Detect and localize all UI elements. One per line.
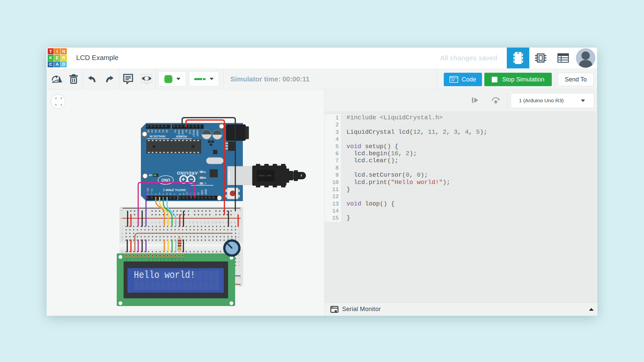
svg-text:RS: RS: [137, 258, 139, 260]
svg-text:Vin: Vin: [174, 130, 176, 133]
svg-text:E: E: [145, 258, 146, 259]
svg-text:g: g: [121, 236, 123, 238]
svg-text:15: 15: [177, 222, 179, 224]
svg-text:20: 20: [196, 222, 198, 224]
svg-text:17: 17: [185, 222, 187, 224]
svg-text:A2: A2: [158, 130, 161, 133]
svg-text:DB6: DB6: [171, 258, 173, 261]
svg-text:29: 29: [230, 222, 232, 224]
svg-text:LED: LED: [182, 258, 184, 261]
svg-text:+: +: [239, 284, 241, 288]
svg-text:7: 7: [147, 222, 149, 223]
svg-text:AREF: AREF: [205, 189, 207, 195]
svg-text:~10: ~10: [186, 191, 188, 195]
svg-text:5V: 5V: [185, 130, 187, 133]
svg-text:23: 23: [207, 222, 209, 224]
svg-text:UNO: UNO: [161, 178, 170, 182]
svg-text:LED: LED: [178, 258, 180, 261]
svg-text:Hello world!: Hello world!: [134, 270, 195, 281]
svg-text:7: 7: [173, 193, 175, 195]
svg-text:TX: TX: [203, 171, 206, 173]
svg-text:10: 10: [158, 222, 160, 224]
svg-text:26: 26: [219, 222, 221, 224]
svg-text:DB1: DB1: [152, 258, 154, 261]
svg-text:4: 4: [162, 193, 164, 195]
svg-text:~6: ~6: [169, 192, 172, 195]
svg-text:DB3: DB3: [160, 258, 161, 261]
svg-text:TX→1: TX→1: [151, 189, 153, 195]
svg-text:DIGITAL (PWM~): DIGITAL (PWM~): [163, 188, 185, 192]
svg-text:ARDUINO: ARDUINO: [177, 171, 198, 175]
svg-text:13: 13: [170, 222, 172, 224]
svg-text:ANALOG IN: ANALOG IN: [150, 135, 166, 138]
svg-text:RX: RX: [203, 177, 206, 179]
svg-text:4: 4: [136, 222, 138, 223]
svg-text:+: +: [239, 217, 241, 220]
svg-text:14: 14: [173, 222, 175, 224]
svg-text:+: +: [120, 217, 122, 220]
svg-text:GND: GND: [178, 130, 180, 135]
svg-text:1: 1: [124, 222, 126, 223]
svg-text:A0: A0: [166, 130, 168, 133]
svg-text:DB7: DB7: [175, 258, 176, 261]
svg-text:21: 21: [200, 222, 202, 224]
svg-text:3.3V: 3.3V: [189, 130, 191, 134]
svg-text:DB0: DB0: [148, 258, 150, 261]
svg-text:DB2: DB2: [156, 258, 158, 261]
svg-text:~9: ~9: [182, 192, 185, 195]
svg-text:g: g: [238, 236, 239, 238]
svg-text:5: 5: [140, 222, 142, 223]
svg-text:V0: V0: [133, 258, 135, 260]
svg-text:RESET: RESET: [193, 130, 195, 137]
svg-text:RW: RW: [141, 258, 143, 260]
svg-text:L: L: [205, 182, 206, 185]
svg-text:2: 2: [128, 222, 130, 223]
svg-text:A3: A3: [155, 130, 157, 133]
svg-text:2: 2: [155, 193, 157, 195]
svg-text:RX←0: RX←0: [147, 188, 149, 195]
svg-text:16: 16: [181, 222, 183, 224]
svg-text:ON: ON: [149, 174, 153, 176]
svg-text:POWER: POWER: [176, 135, 187, 138]
svg-text:~3: ~3: [158, 192, 161, 195]
svg-text:DB5: DB5: [167, 258, 169, 261]
svg-text:b: b: [238, 261, 239, 263]
svg-text:8: 8: [151, 222, 153, 223]
svg-text:GND: GND: [201, 190, 203, 195]
svg-text:6: 6: [143, 222, 145, 223]
svg-text:19: 19: [192, 222, 194, 224]
svg-text:GND: GND: [181, 130, 184, 135]
svg-text:A1: A1: [162, 130, 164, 133]
svg-text:h: h: [121, 232, 123, 235]
svg-text:9: 9: [155, 222, 157, 223]
svg-text:8: 8: [179, 193, 181, 195]
svg-text:A5: A5: [147, 130, 150, 133]
svg-text:−: −: [121, 209, 122, 212]
svg-text:GND: GND: [126, 258, 127, 261]
svg-text:3: 3: [132, 222, 134, 223]
svg-text:IOREF: IOREF: [196, 130, 199, 136]
svg-text:25: 25: [215, 222, 217, 224]
svg-text:18: 18: [189, 222, 191, 224]
svg-text:24: 24: [211, 222, 213, 224]
svg-text:e: e: [121, 251, 123, 253]
svg-text:d: d: [238, 254, 239, 256]
svg-text:DB4: DB4: [163, 258, 165, 261]
svg-text:22: 22: [204, 222, 206, 224]
svg-text:13: 13: [197, 192, 200, 195]
svg-text:A4: A4: [151, 130, 153, 133]
svg-text:VCC: VCC: [129, 258, 131, 261]
svg-text:a: a: [238, 264, 239, 266]
svg-text:~5: ~5: [166, 192, 168, 195]
svg-text:−: −: [239, 209, 241, 212]
svg-text:h: h: [238, 232, 239, 235]
svg-text:27: 27: [222, 222, 224, 224]
svg-text:−: −: [239, 276, 241, 280]
svg-text:30: 30: [234, 222, 236, 224]
